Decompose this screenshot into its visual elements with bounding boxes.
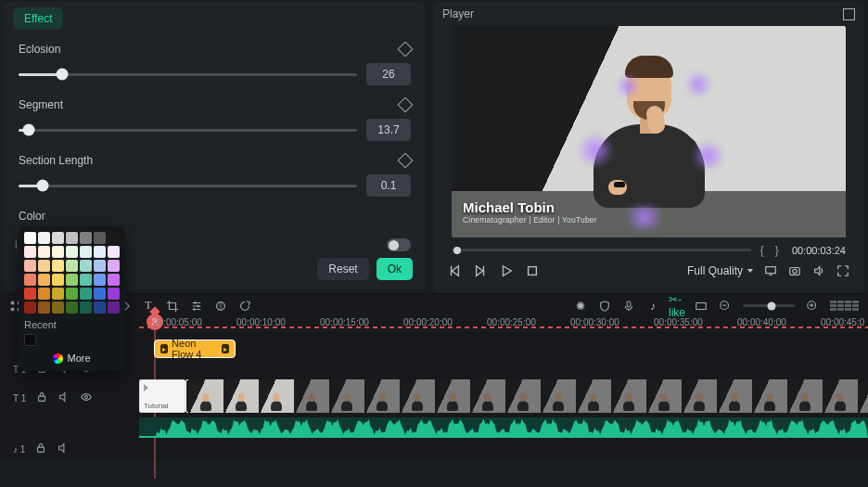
color-swatch-cell[interactable] — [52, 260, 64, 272]
clip-thumbnail[interactable] — [223, 379, 259, 413]
slider-eclosion[interactable] — [19, 73, 357, 76]
color-swatch-cell[interactable] — [38, 246, 50, 258]
time-ruler[interactable]: 00:00:05:0000:00:10:0000:00:15:0000:00:2… — [139, 317, 868, 334]
clip-thumbnail[interactable] — [364, 379, 400, 413]
color-swatch-cell[interactable] — [80, 232, 92, 244]
mute-icon[interactable] — [57, 391, 70, 405]
crop-icon[interactable] — [166, 300, 179, 313]
value-eclosion[interactable]: 26 — [366, 63, 411, 85]
keyframe-icon[interactable] — [400, 155, 411, 166]
scrub-bar[interactable] — [452, 249, 751, 251]
play-button[interactable] — [500, 264, 513, 277]
color-swatch-cell[interactable] — [108, 246, 120, 258]
color-swatch-cell[interactable] — [52, 274, 64, 286]
clip-thumbnail[interactable] — [611, 379, 646, 413]
display-icon[interactable] — [764, 264, 777, 277]
color-swatch-cell[interactable] — [108, 301, 120, 314]
recent-swatch[interactable] — [24, 334, 36, 346]
volume-icon[interactable] — [812, 264, 825, 277]
zoom-slider[interactable] — [743, 304, 795, 307]
effect-clip[interactable]: ▸ Neon Flow 4 ▸ — [154, 340, 236, 358]
color-swatch-cell[interactable] — [38, 301, 50, 314]
range-markers-icon[interactable]: { } — [760, 243, 783, 257]
clip-thumbnail[interactable] — [752, 379, 787, 413]
video-track-body[interactable]: Tutorial — [139, 379, 868, 417]
reset-button[interactable]: Reset — [317, 258, 368, 280]
lock-icon[interactable] — [34, 442, 47, 456]
tab-effect[interactable]: Effect — [13, 7, 63, 30]
adjust-icon[interactable] — [190, 300, 203, 313]
split-icon[interactable]: ✂-like — [670, 300, 683, 313]
color-swatch-cell[interactable] — [24, 232, 36, 244]
value-section-length[interactable]: 0.1 — [366, 174, 411, 197]
mic-icon[interactable] — [622, 300, 635, 313]
clip-thumbnail[interactable] — [470, 379, 505, 413]
frame-icon[interactable] — [695, 300, 708, 313]
slider-section-length[interactable] — [19, 185, 357, 187]
color-swatch-cell[interactable] — [80, 274, 92, 286]
toggle-switch[interactable] — [387, 238, 411, 251]
stop-button[interactable] — [526, 264, 539, 277]
shield-icon[interactable] — [598, 300, 611, 313]
color-swatch-cell[interactable] — [24, 274, 36, 286]
color-swatch-cell[interactable] — [24, 301, 36, 314]
next-frame-button[interactable] — [474, 264, 487, 277]
clip-thumbnail[interactable] — [259, 379, 294, 413]
clip-thumbnail[interactable] — [505, 379, 541, 413]
color-swatch-cell[interactable] — [24, 246, 36, 258]
ok-button[interactable]: Ok — [377, 258, 413, 280]
color-swatch-cell[interactable] — [94, 260, 106, 272]
snapshot-icon[interactable] — [788, 264, 801, 277]
color-swatch-cell[interactable] — [24, 288, 36, 300]
color-swatch-cell[interactable] — [94, 246, 106, 258]
quality-dropdown[interactable]: Full Quality — [687, 264, 753, 277]
color-swatch-cell[interactable] — [66, 288, 78, 300]
color-swatch-cell[interactable] — [66, 260, 78, 272]
clip-thumbnail[interactable] — [400, 379, 435, 413]
clip-thumbnail[interactable] — [858, 379, 868, 413]
track-view-icon[interactable] — [830, 301, 859, 311]
slider-segment[interactable] — [19, 129, 357, 132]
color-swatch-cell[interactable] — [66, 232, 78, 244]
preview-viewport[interactable]: Michael Tobin Cinematographer | Editor |… — [452, 26, 846, 237]
clip-thumbnail[interactable] — [646, 379, 682, 413]
prev-frame-button[interactable] — [448, 264, 461, 277]
color-swatch-cell[interactable] — [24, 260, 36, 272]
color-swatch-cell[interactable] — [38, 274, 50, 286]
color-swatch-cell[interactable] — [108, 232, 120, 244]
color-swatch-cell[interactable] — [38, 260, 50, 272]
beat-icon[interactable]: ♪ — [646, 300, 659, 313]
clip-thumbnail[interactable] — [576, 379, 611, 413]
more-colors-button[interactable]: More — [24, 352, 120, 364]
color-swatch-cell[interactable] — [80, 288, 92, 300]
color-swatch-cell[interactable] — [94, 301, 106, 314]
color-swatch-cell[interactable] — [38, 288, 50, 300]
clip-thumbnail[interactable] — [329, 379, 364, 413]
lock-icon[interactable] — [35, 391, 48, 405]
color-swatch-cell[interactable] — [108, 288, 120, 300]
clip-thumbnail[interactable] — [682, 379, 717, 413]
audio-waveform[interactable] — [139, 417, 868, 438]
color-swatch-cell[interactable] — [66, 246, 78, 258]
clip-thumbnail[interactable] — [787, 379, 823, 413]
mute-icon[interactable] — [57, 442, 70, 456]
clip-thumbnail[interactable] — [188, 379, 223, 413]
color-swatch-cell[interactable] — [108, 260, 120, 272]
clip-thumbnail[interactable] — [294, 379, 329, 413]
color-swatch-cell[interactable] — [52, 301, 64, 314]
color-swatch-cell[interactable] — [66, 274, 78, 286]
speed-icon[interactable] — [238, 300, 251, 313]
zoom-in-icon[interactable] — [806, 300, 819, 313]
clip-thumbnail[interactable] — [717, 379, 752, 413]
color-swatch-cell[interactable] — [108, 274, 120, 286]
color-swatch-cell[interactable] — [52, 288, 64, 300]
keyframe-icon[interactable] — [400, 99, 411, 110]
clip-thumbnail[interactable] — [541, 379, 576, 413]
eye-icon[interactable] — [80, 391, 93, 405]
color-swatch-cell[interactable] — [52, 246, 64, 258]
color-swatch-cell[interactable] — [80, 260, 92, 272]
color-swatch-cell[interactable] — [38, 232, 50, 244]
maximize-icon[interactable] — [843, 8, 855, 20]
color-swatch-cell[interactable] — [94, 274, 106, 286]
color-swatch-cell[interactable] — [94, 232, 106, 244]
